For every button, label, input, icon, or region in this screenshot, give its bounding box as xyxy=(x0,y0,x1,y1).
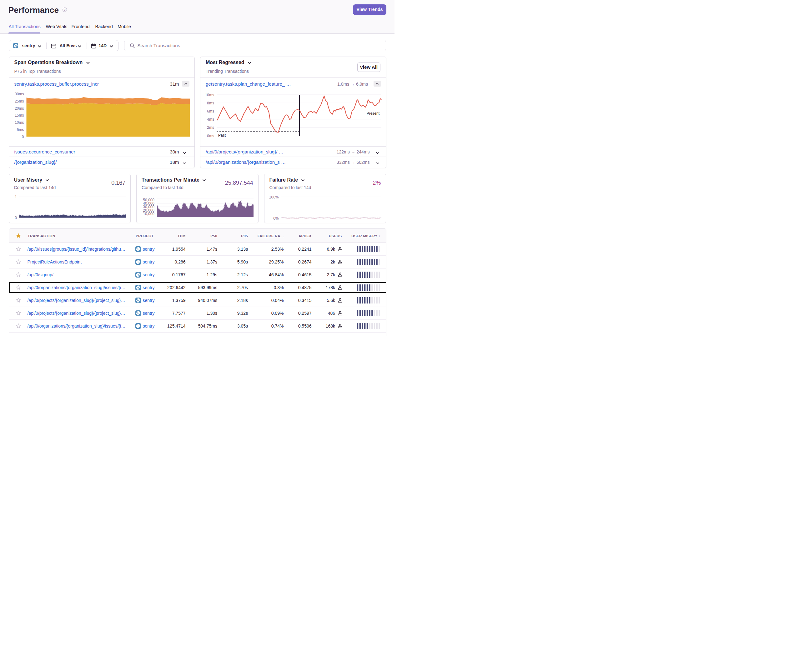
svg-text:10ms: 10ms xyxy=(205,93,214,97)
svg-text:0: 0 xyxy=(22,135,24,139)
svg-text:30ms: 30ms xyxy=(15,92,24,96)
svg-text:0: 0 xyxy=(15,215,17,220)
svg-text:20,000: 20,000 xyxy=(143,208,155,212)
svg-text:40,000: 40,000 xyxy=(143,201,155,205)
svg-text:4ms: 4ms xyxy=(207,117,214,121)
svg-text:20ms: 20ms xyxy=(15,106,24,111)
svg-text:100%: 100% xyxy=(269,195,278,199)
svg-text:10ms: 10ms xyxy=(15,120,24,125)
svg-text:1: 1 xyxy=(15,195,17,199)
svg-text:6ms: 6ms xyxy=(207,109,214,113)
svg-text:25ms: 25ms xyxy=(15,99,24,104)
svg-text:50,000: 50,000 xyxy=(143,198,155,202)
svg-text:30,000: 30,000 xyxy=(143,204,155,209)
svg-text:0ms: 0ms xyxy=(207,134,214,138)
svg-text:5ms: 5ms xyxy=(17,128,24,132)
svg-text:Past: Past xyxy=(218,133,226,137)
svg-text:0%: 0% xyxy=(273,216,279,220)
svg-text:Present: Present xyxy=(367,111,380,116)
svg-text:15ms: 15ms xyxy=(15,113,24,118)
svg-text:10,000: 10,000 xyxy=(143,211,155,215)
svg-text:2ms: 2ms xyxy=(207,125,214,130)
svg-text:8ms: 8ms xyxy=(207,101,214,105)
